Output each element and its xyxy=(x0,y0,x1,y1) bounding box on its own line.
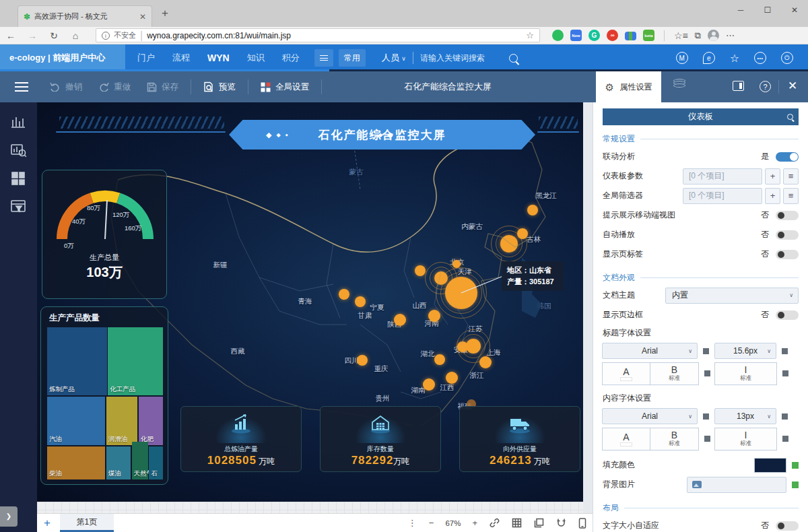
beta-extension-icon[interactable]: beta xyxy=(643,30,654,41)
preview-button[interactable]: 预览 xyxy=(203,81,236,93)
echat-icon[interactable]: e xyxy=(703,52,715,64)
map-bubble[interactable] xyxy=(394,314,406,326)
chart-widgets-icon[interactable] xyxy=(9,113,27,131)
logout-power-icon[interactable]: ⏻ xyxy=(781,52,793,64)
new-tab-button[interactable]: + xyxy=(162,7,168,20)
designer-menu-icon[interactable] xyxy=(15,82,28,92)
new-extension-icon[interactable]: New xyxy=(570,30,582,41)
map-bubble[interactable] xyxy=(415,265,426,276)
maximize-button[interactable]: ☐ xyxy=(754,0,781,20)
params-add-button[interactable]: + xyxy=(765,168,780,185)
title-font-family-dropdown[interactable]: Arial∨ xyxy=(602,343,698,359)
params-input[interactable]: [0 个项目] xyxy=(683,168,762,185)
page-tabs-toggle[interactable] xyxy=(776,250,799,259)
map-bubble[interactable] xyxy=(434,354,445,365)
content-font-family-dropdown[interactable]: Arial∨ xyxy=(602,408,698,424)
profile-avatar[interactable] xyxy=(708,30,719,41)
more-icon[interactable]: ••• xyxy=(754,52,766,64)
site-info-icon[interactable]: i xyxy=(102,32,110,40)
home-button[interactable]: ⌂ xyxy=(65,30,86,41)
data-binding-icon[interactable] xyxy=(673,80,685,94)
autoplay-toggle[interactable] xyxy=(776,230,799,240)
grid-icon[interactable] xyxy=(512,518,522,528)
mobile-hint-toggle[interactable] xyxy=(776,211,799,220)
gauge-panel[interactable]: 0万40万80万120万160万 生产总量 103万 xyxy=(42,170,167,299)
minimize-button[interactable]: ─ xyxy=(727,0,754,20)
map-bubble[interactable] xyxy=(339,289,349,300)
forward-button[interactable]: → xyxy=(22,30,43,41)
favorites-quick-button[interactable]: 常用 xyxy=(339,49,366,67)
add-page-button[interactable]: + xyxy=(44,517,50,530)
refresh-button[interactable]: ↻ xyxy=(43,30,65,41)
bind-square-icon[interactable] xyxy=(704,370,710,376)
content-italic-button[interactable]: I标准 xyxy=(714,428,777,451)
title-italic-button[interactable]: I标准 xyxy=(714,362,777,385)
bind-square-icon[interactable] xyxy=(782,370,788,376)
collections-icon[interactable]: ⧉ xyxy=(695,30,701,41)
help-icon[interactable]: ? xyxy=(760,81,771,92)
treemap-tile[interactable]: 汽油 xyxy=(47,397,105,445)
canvas-scrollbar-gutter[interactable] xyxy=(583,102,593,513)
filters-input[interactable]: [0 个项目] xyxy=(683,188,762,204)
menu-item-points[interactable]: 积分 xyxy=(282,52,300,64)
title-font-color-button[interactable]: A xyxy=(602,362,650,385)
rail-expander[interactable]: ❯ xyxy=(0,506,18,527)
bind-green-square-icon[interactable] xyxy=(792,481,799,488)
content-bold-button[interactable]: B标准 xyxy=(650,428,699,451)
url-box[interactable]: i 不安全 | wynoa.grapecity.com.cn:81/wui/ma… xyxy=(96,28,540,42)
treemap-tile[interactable]: 天然气 xyxy=(132,442,148,480)
map-bubble[interactable] xyxy=(428,310,440,322)
map-bubble[interactable] xyxy=(357,355,368,366)
search-scope-dropdown[interactable]: 人员 ∨ xyxy=(382,52,406,64)
browser-tab[interactable]: ✽ 高效源于协同 - 杨文元 ✕ xyxy=(18,5,152,27)
map-bubble[interactable] xyxy=(479,356,492,368)
global-settings-button[interactable]: 全局设置 xyxy=(261,81,309,93)
page-options-icon[interactable]: ⋮ xyxy=(408,518,417,528)
map-bubble[interactable] xyxy=(445,277,477,309)
dashboard-canvas[interactable]: 蒙古黑龙江内蒙古吉林新疆北京天津宁夏山西青海甘肃陕西河南江苏安徽上海湖北四川重庆… xyxy=(37,102,583,502)
favorite-star-icon[interactable]: ☆ xyxy=(730,52,739,65)
bind-square-icon[interactable] xyxy=(703,348,709,354)
bind-square-icon[interactable] xyxy=(782,436,788,442)
dashboard-banner[interactable]: ◆◆◆ 石化产能综合监控大屏 ◆◆◆ xyxy=(229,120,535,149)
bind-square-icon[interactable] xyxy=(703,413,709,420)
close-button[interactable]: ✕ xyxy=(781,0,808,20)
map-bubble[interactable] xyxy=(457,341,468,352)
search-icon[interactable] xyxy=(787,114,793,120)
bookmark-star-icon[interactable]: ☆ xyxy=(526,30,534,40)
treemap-tile[interactable]: 化肥 xyxy=(139,397,163,445)
content-font-size-dropdown[interactable]: 13px∨ xyxy=(714,408,776,424)
search-icon[interactable] xyxy=(509,54,518,63)
treemap-tile[interactable]: 石 xyxy=(149,446,163,479)
favorites-bar-icon[interactable]: ☆≡ xyxy=(674,30,688,41)
link-icon[interactable] xyxy=(490,518,500,528)
zoom-in-button[interactable]: + xyxy=(472,518,477,528)
stat-card-inventory[interactable]: 库存数量 782292万吨 xyxy=(320,406,441,472)
params-list-button[interactable]: ≡ xyxy=(783,168,799,185)
apps-menu-button[interactable] xyxy=(314,49,333,67)
treemap-tile[interactable]: 柴油 xyxy=(47,446,105,479)
map-bubble[interactable] xyxy=(466,339,481,354)
bind-square-icon[interactable] xyxy=(704,436,710,442)
map-bubble[interactable] xyxy=(527,205,538,215)
fill-color-swatch[interactable] xyxy=(754,458,786,473)
magnet-snap-icon[interactable] xyxy=(556,518,566,528)
brand-title[interactable]: e-cology | 前端用户中心 xyxy=(0,44,125,71)
components-icon[interactable] xyxy=(9,170,27,187)
stat-card-refining[interactable]: 总炼油产量 1028505 万吨 xyxy=(180,406,302,472)
close-designer-icon[interactable]: ✕ xyxy=(788,79,797,93)
theme-dropdown[interactable]: 内置∨ xyxy=(665,288,799,304)
treemap-tile[interactable]: 润滑油 xyxy=(106,397,137,445)
bind-green-square-icon[interactable] xyxy=(792,462,799,469)
evernote-extension-icon[interactable] xyxy=(552,30,564,41)
panel-layout-icon[interactable] xyxy=(733,81,744,91)
bind-square-icon[interactable] xyxy=(782,348,788,354)
data-analysis-icon[interactable] xyxy=(9,141,27,159)
filters-add-button[interactable]: + xyxy=(765,188,780,204)
title-font-size-dropdown[interactable]: 15.6px∨ xyxy=(714,343,776,359)
tab-close-icon[interactable]: ✕ xyxy=(139,12,146,22)
stat-card-supply[interactable]: 向外供应量 246213 万吨 xyxy=(459,406,580,472)
grammarly-extension-icon[interactable]: G xyxy=(588,30,600,41)
keyword-search-input[interactable] xyxy=(420,53,506,63)
text-autofit-toggle[interactable] xyxy=(776,521,799,531)
